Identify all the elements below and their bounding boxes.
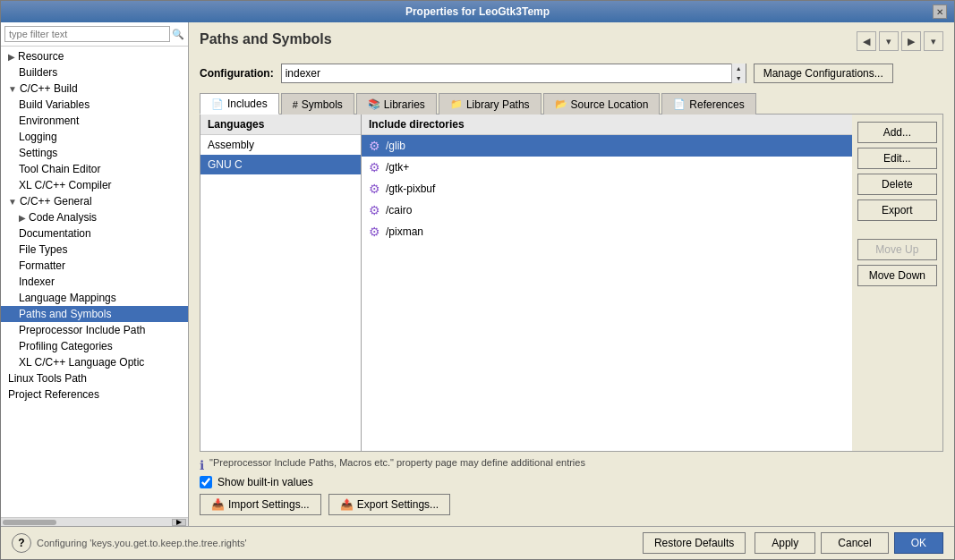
- info-row: ℹ "Preprocessor Include Paths, Macros et…: [200, 457, 943, 472]
- sidebar-label-xl-cpp-language: XL C/C++ Language Optic: [19, 356, 144, 369]
- sidebar-label-linux-tools-path: Linux Tools Path: [8, 372, 87, 385]
- sidebar-scrollbar[interactable]: ▶: [1, 517, 188, 526]
- sidebar-item-environment[interactable]: Environment: [1, 113, 188, 129]
- dir-item-gtk+[interactable]: ⚙/gtk+: [362, 157, 852, 178]
- sidebar-item-code-analysis[interactable]: ▶Code Analysis: [1, 209, 188, 225]
- dir-icon-glib: ⚙: [369, 139, 380, 153]
- filter-input[interactable]: [4, 26, 170, 42]
- sidebar-label-profiling-categories: Profiling Categories: [19, 340, 113, 352]
- sidebar-item-preprocessor-include[interactable]: Preprocessor Include Path: [1, 322, 188, 338]
- tab-icon-source-location: 📂: [555, 98, 567, 110]
- tab-icon-includes: 📄: [211, 98, 224, 110]
- export-settings-button[interactable]: 📤 Export Settings...: [328, 494, 450, 515]
- sidebar-label-settings: Settings: [19, 147, 57, 159]
- import-settings-button[interactable]: 📥 Import Settings...: [200, 494, 321, 515]
- dir-icon-pixman: ⚙: [369, 225, 380, 239]
- import-icon: 📥: [211, 498, 225, 511]
- filter-icon: 🔍: [172, 29, 184, 40]
- sidebar-item-tool-chain-editor[interactable]: Tool Chain Editor: [1, 161, 188, 177]
- sidebar-item-documentation[interactable]: Documentation: [1, 225, 188, 242]
- sidebar-label-resource: Resource: [18, 50, 64, 63]
- footer-left: ? Configuring 'keys.you.get.to.keep.the.…: [12, 533, 247, 553]
- tab-source-location[interactable]: 📂Source Location: [543, 93, 661, 115]
- dir-label-pixman: /pixman: [386, 225, 423, 238]
- tab-icon-library-paths: 📁: [450, 98, 463, 110]
- sidebar-item-profiling-categories[interactable]: Profiling Categories: [1, 338, 188, 354]
- tab-label-symbols: Symbols: [302, 98, 343, 111]
- show-builtin-row: Show built-in values: [200, 476, 943, 488]
- toolbar-menu-btn[interactable]: ▾: [924, 31, 943, 51]
- panel-title: Paths and Symbols: [200, 31, 332, 47]
- sidebar-filter-row: 🔍: [1, 22, 188, 47]
- tab-symbols[interactable]: #Symbols: [281, 93, 354, 115]
- dir-item-pixman[interactable]: ⚙/pixman: [362, 221, 852, 242]
- tab-icon-symbols: #: [293, 99, 298, 110]
- tabs-row: 📄Includes#Symbols📚Libraries📁Library Path…: [200, 92, 943, 115]
- sidebar-item-logging[interactable]: Logging: [1, 129, 188, 145]
- dir-label-gtk-pixbuf: /gtk-pixbuf: [386, 182, 435, 195]
- tree-arrow-cpp-general: ▼: [8, 197, 17, 207]
- restore-defaults-button[interactable]: Restore Defaults: [643, 532, 746, 554]
- lang-item-gnu-c[interactable]: GNU C: [200, 155, 361, 174]
- manage-configs-button[interactable]: Manage Configurations...: [754, 64, 893, 83]
- titlebar: Properties for LeoGtk3Temp ✕: [1, 1, 954, 22]
- dir-label-glib: /glib: [386, 140, 405, 152]
- add-button[interactable]: Add...: [857, 122, 937, 143]
- sidebar-item-resource[interactable]: ▶Resource: [1, 48, 188, 64]
- tab-libraries[interactable]: 📚Libraries: [356, 93, 437, 115]
- config-label: Configuration:: [200, 67, 274, 80]
- tree-arrow-cpp-build: ▼: [8, 84, 17, 94]
- config-arrow-down[interactable]: ▼: [732, 73, 746, 83]
- sidebar-item-project-references[interactable]: Project References: [1, 386, 188, 403]
- sidebar-item-cpp-build[interactable]: ▼C/C++ Build: [1, 81, 188, 97]
- help-button[interactable]: ?: [12, 533, 31, 553]
- move-up-button[interactable]: Move Up: [857, 239, 937, 260]
- sidebar-item-xl-cpp-compiler[interactable]: XL C/C++ Compiler: [1, 177, 188, 193]
- export-label: Export Settings...: [357, 498, 439, 511]
- sidebar-item-linux-tools-path[interactable]: Linux Tools Path: [1, 370, 188, 386]
- sidebar-item-builders[interactable]: Builders: [1, 64, 188, 81]
- config-combo[interactable]: indexer ▲ ▼: [281, 64, 746, 83]
- dir-item-gtk-pixbuf[interactable]: ⚙/gtk-pixbuf: [362, 178, 852, 199]
- toolbar-down-btn[interactable]: ▾: [879, 31, 899, 51]
- export-button[interactable]: Export: [857, 199, 937, 221]
- edit-button[interactable]: Edit...: [857, 148, 937, 169]
- config-row: Configuration: indexer ▲ ▼ Manage Config…: [200, 64, 943, 83]
- tab-includes[interactable]: 📄Includes: [200, 93, 279, 115]
- dir-item-cairo[interactable]: ⚙/cairo: [362, 199, 852, 221]
- toolbar-forward-btn[interactable]: ▶: [901, 31, 921, 51]
- dirs-panel: Include directories ⚙/glib⚙/gtk+⚙/gtk-pi…: [362, 115, 852, 451]
- languages-header: Languages: [200, 115, 361, 135]
- lang-item-assembly[interactable]: Assembly: [200, 135, 361, 155]
- sidebar-item-xl-cpp-language[interactable]: XL C/C++ Language Optic: [1, 354, 188, 370]
- sidebar-label-logging: Logging: [19, 131, 57, 143]
- sidebar-item-cpp-general[interactable]: ▼C/C++ General: [1, 193, 188, 209]
- dir-item-glib[interactable]: ⚙/glib: [362, 135, 852, 157]
- sidebar-item-formatter[interactable]: Formatter: [1, 258, 188, 274]
- sidebar-item-settings[interactable]: Settings: [1, 145, 188, 161]
- sidebar-item-paths-and-symbols[interactable]: Paths and Symbols: [1, 306, 188, 322]
- toolbar-back-btn[interactable]: ◀: [857, 31, 876, 51]
- dir-label-cairo: /cairo: [386, 204, 412, 216]
- content-area: Languages AssemblyGNU C Include director…: [200, 115, 852, 451]
- sidebar-item-language-mappings[interactable]: Language Mappings: [1, 290, 188, 306]
- sidebar-label-paths-and-symbols: Paths and Symbols: [19, 308, 111, 320]
- tab-references[interactable]: 📄References: [661, 93, 755, 115]
- show-builtin-checkbox[interactable]: [200, 476, 212, 488]
- footer: ? Configuring 'keys.you.get.to.keep.the.…: [1, 526, 954, 559]
- sidebar-item-build-variables[interactable]: Build Variables: [1, 97, 188, 113]
- apply-button[interactable]: Apply: [755, 532, 815, 554]
- move-down-button[interactable]: Move Down: [857, 265, 937, 286]
- main-content: 🔍 ▶ResourceBuilders▼C/C++ BuildBuild Var…: [1, 22, 954, 526]
- close-button[interactable]: ✕: [933, 4, 947, 19]
- sidebar-item-file-types[interactable]: File Types: [1, 242, 188, 258]
- config-combo-arrows[interactable]: ▲ ▼: [731, 64, 746, 83]
- sidebar-label-xl-cpp-compiler: XL C/C++ Compiler: [19, 179, 112, 191]
- tab-library-paths[interactable]: 📁Library Paths: [439, 93, 541, 115]
- sidebar-item-indexer[interactable]: Indexer: [1, 274, 188, 290]
- sidebar-label-file-types: File Types: [19, 243, 67, 256]
- delete-button[interactable]: Delete: [857, 174, 937, 195]
- cancel-button[interactable]: Cancel: [821, 532, 888, 554]
- config-arrow-up[interactable]: ▲: [732, 64, 746, 73]
- ok-button[interactable]: OK: [894, 532, 943, 554]
